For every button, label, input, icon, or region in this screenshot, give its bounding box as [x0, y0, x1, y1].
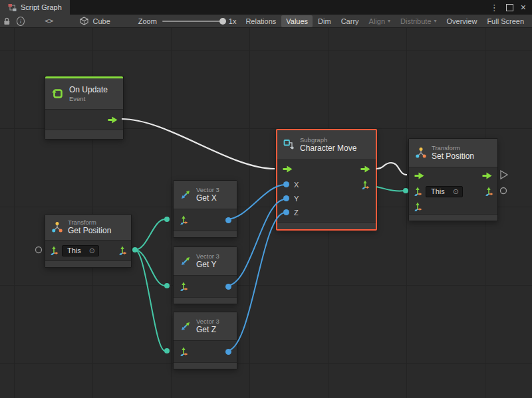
zoom-label: Zoom: [138, 17, 157, 25]
toolbar-button-overview[interactable]: Overview: [442, 15, 482, 27]
toolbar-button-values[interactable]: Values: [281, 15, 313, 27]
node-header: Transform Set Position: [409, 139, 497, 167]
zoom-value: 1x: [229, 17, 237, 25]
toolbar-button-relations[interactable]: Relations: [241, 15, 281, 27]
axis-input-port-icon[interactable]: [179, 347, 188, 356]
flow-out-port[interactable]: [360, 165, 370, 173]
toolbar-button-align[interactable]: Align ▾: [364, 15, 395, 27]
port-label: X: [294, 181, 299, 189]
node-set-position[interactable]: Transform Set Position This ⊙: [408, 138, 498, 221]
node-get-y[interactable]: Vector 3 Get Y: [173, 247, 237, 304]
this-field[interactable]: This ⊙: [62, 245, 99, 256]
node-title: Get Position: [68, 226, 111, 236]
node-on-update[interactable]: On Update Event: [45, 76, 124, 140]
flow-in-port[interactable]: [283, 165, 293, 173]
axis-input-port-icon[interactable]: [179, 282, 188, 291]
script-graph-icon: [8, 3, 17, 12]
node-header: Vector 3 Get Y: [174, 247, 237, 276]
button-label: Dim: [318, 17, 331, 25]
chevron-down-icon: ▾: [434, 18, 437, 24]
maximize-icon[interactable]: [506, 4, 513, 11]
input-row-z: Z: [277, 205, 376, 219]
flow-out-port[interactable]: [108, 116, 118, 124]
node-footer: [174, 297, 237, 304]
vector3-icon: [180, 320, 192, 332]
button-label: Full Screen: [487, 17, 524, 25]
lock-icon[interactable]: [3, 17, 11, 26]
code-icon[interactable]: <>: [45, 17, 53, 25]
button-label: Values: [286, 17, 308, 25]
toolbar-button-distribute[interactable]: Distribute ▾: [396, 15, 441, 27]
flow-row: [409, 167, 497, 183]
close-icon[interactable]: ×: [521, 3, 526, 12]
toolbar-button-dim[interactable]: Dim: [313, 15, 336, 27]
node-header: Subgraph Character Move: [277, 130, 376, 160]
toolbar-button-carry[interactable]: Carry: [336, 15, 364, 27]
object-picker-icon[interactable]: ⊙: [89, 247, 95, 255]
axis-port-icon[interactable]: [413, 187, 422, 196]
graph-toolbar: i <> Cube Zoom 1x Relations Values Dim C…: [0, 15, 532, 28]
vector3-icon: [180, 189, 192, 201]
button-label: Carry: [341, 17, 359, 25]
flow-in-port[interactable]: [414, 172, 424, 179]
zoom-knob[interactable]: [219, 18, 226, 25]
node-character-move[interactable]: Subgraph Character Move X Y Z: [276, 129, 377, 231]
flow-out-port[interactable]: [482, 172, 492, 179]
node-footer: [174, 362, 237, 369]
value-row: [409, 199, 497, 214]
node-title: On Update: [69, 85, 108, 95]
window-menu-icon[interactable]: ⋮: [490, 3, 499, 13]
subgraph-icon: [283, 139, 295, 151]
value-input-port-z[interactable]: [283, 209, 289, 215]
value-output-port[interactable]: [225, 349, 231, 355]
port-row: [174, 341, 237, 362]
flow-row: [277, 160, 376, 177]
tab-script-graph[interactable]: Script Graph: [0, 0, 70, 15]
graph-object-group[interactable]: Cube: [80, 17, 110, 25]
this-field-value: This: [67, 247, 81, 254]
node-footer: [45, 260, 131, 267]
node-footer: [277, 222, 376, 229]
node-header: On Update Event: [45, 78, 123, 110]
transform-icon: [51, 221, 63, 233]
axis-output-port-icon[interactable]: [118, 246, 127, 255]
port-row: [174, 276, 237, 297]
value-input-port-x[interactable]: [283, 181, 289, 187]
cube-icon: [80, 17, 88, 25]
node-get-x[interactable]: Vector 3 Get X: [173, 180, 237, 238]
node-type: Vector 3: [196, 252, 219, 260]
this-row: This ⊙: [409, 183, 497, 199]
zoom-slider[interactable]: [162, 21, 223, 22]
tab-bar-spacer: [70, 0, 490, 15]
node-title: Character Move: [300, 144, 356, 153]
axis-input-port-icon[interactable]: [179, 215, 188, 225]
object-name: Cube: [92, 17, 110, 25]
axis-output-port-icon[interactable]: [360, 180, 370, 189]
object-picker-icon[interactable]: ⊙: [453, 187, 459, 196]
node-type: Subgraph: [300, 136, 356, 144]
node-get-z[interactable]: Vector 3 Get Z: [173, 312, 237, 369]
value-input-port-y[interactable]: [283, 195, 289, 201]
value-output-port[interactable]: [225, 284, 231, 290]
node-header: Vector 3 Get X: [174, 181, 237, 209]
axis-output-port-icon[interactable]: [484, 187, 493, 196]
toolbar-button-full-screen[interactable]: Full Screen: [482, 15, 529, 27]
info-icon[interactable]: i: [17, 17, 25, 26]
port-row: This ⊙: [45, 241, 131, 260]
axis-port-icon[interactable]: [49, 246, 59, 255]
node-title: Set Position: [432, 151, 474, 161]
button-label: Relations: [245, 17, 276, 25]
this-field[interactable]: This ⊙: [426, 186, 463, 197]
node-get-position[interactable]: Transform Get Position This ⊙: [45, 214, 132, 268]
window-tab-bar: Script Graph ⋮ ×: [0, 0, 532, 15]
node-type: Vector 3: [196, 186, 219, 194]
axis-input-port-icon[interactable]: [413, 202, 422, 211]
this-field-value: This: [431, 187, 445, 195]
port-label: Y: [294, 195, 299, 203]
port-row: [45, 110, 123, 130]
node-header: Transform Get Position: [45, 215, 131, 241]
node-title: Get X: [196, 193, 219, 203]
button-label: Align: [369, 17, 385, 25]
input-row-y: Y: [277, 191, 376, 205]
value-output-port[interactable]: [225, 217, 231, 223]
